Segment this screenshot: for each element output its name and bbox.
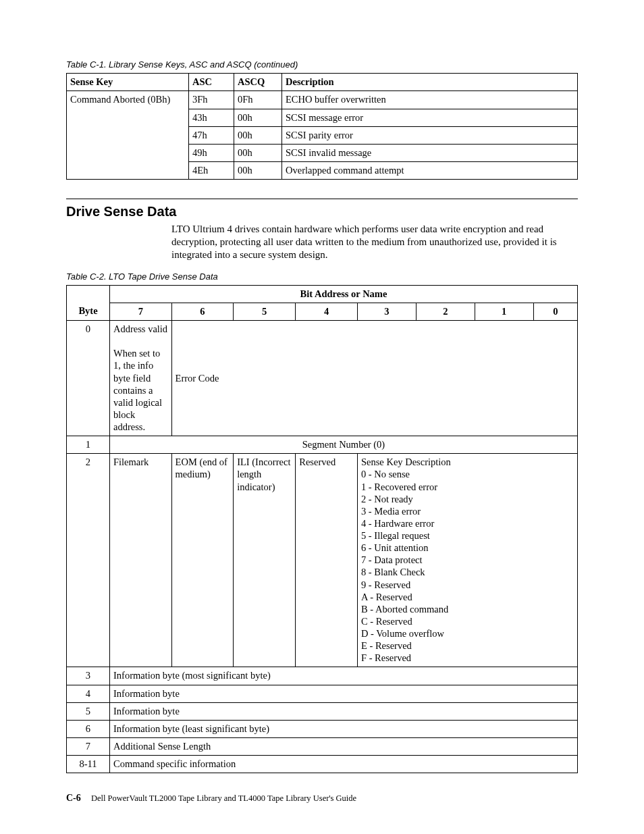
- table-row: 4 Information byte: [67, 685, 578, 702]
- table2-header-bits: Byte 7 6 5 4 3 2 1 0: [67, 303, 578, 320]
- table-row: 2 Filemark EOM (end of medium) ILI (Inco…: [67, 454, 578, 667]
- cell-byte: 8-11: [67, 756, 110, 773]
- cell-span: Information byte (most significant byte): [109, 667, 577, 685]
- cell-byte: 0: [67, 321, 110, 436]
- cell-span: Information byte (least significant byte…: [109, 720, 577, 737]
- cell-ascq: 00h: [234, 144, 282, 161]
- th-b7: 7: [109, 303, 171, 320]
- cell-bit7: Address valid When set to 1, the info by…: [109, 321, 171, 436]
- table-row: 5 Information byte: [67, 702, 578, 720]
- table1: Sense Key ASC ASCQ Description Command A…: [66, 73, 578, 180]
- cell-desc: SCSI parity error: [282, 126, 578, 144]
- cell-span: Command specific information: [109, 756, 577, 773]
- cell-ascq: 00h: [234, 161, 282, 179]
- th-b2: 2: [416, 303, 475, 320]
- cell-ili: ILI (Incorrect length indicator): [234, 454, 296, 667]
- cell-desc: Overlapped command attempt: [282, 161, 578, 179]
- cell-desc: SCSI invalid message: [282, 144, 578, 161]
- table-row: 7 Additional Sense Length: [67, 737, 578, 755]
- cell-byte: 2: [67, 454, 110, 667]
- cell-desc: ECHO buffer overwritten: [282, 91, 578, 109]
- cell-desc: SCSI message error: [282, 109, 578, 126]
- table-row: 8-11 Command specific information: [67, 756, 578, 773]
- table1-header-row: Sense Key ASC ASCQ Description: [67, 74, 578, 91]
- cell-byte: 1: [67, 436, 110, 454]
- table2: Bit Address or Name Byte 7 6 5 4 3 2 1 0…: [66, 285, 578, 773]
- cell-sense-key-desc: Sense Key Description 0 - No sense 1 - R…: [357, 454, 577, 667]
- cell-sense-key-group: Command Aborted (0Bh): [67, 91, 189, 180]
- cell-error-code: Error Code: [171, 321, 577, 436]
- th-b5: 5: [234, 303, 296, 320]
- th-b3: 3: [357, 303, 416, 320]
- cell-span: Information byte: [109, 685, 577, 702]
- th-ascq: ASCQ: [234, 74, 282, 91]
- section-paragraph: LTO Ultrium 4 drives contain hardware wh…: [171, 223, 578, 262]
- th-byte: Byte: [67, 303, 110, 320]
- cell-segment-number: Segment Number (0): [109, 436, 577, 454]
- th-desc: Description: [282, 74, 578, 91]
- cell-ascq: 00h: [234, 109, 282, 126]
- cell-span: Additional Sense Length: [109, 737, 577, 755]
- cell-byte: 6: [67, 720, 110, 737]
- table2-caption: Table C-2. LTO Tape Drive Sense Data: [66, 271, 578, 282]
- cell-byte: 5: [67, 702, 110, 720]
- cell-eom: EOM (end of medium): [171, 454, 234, 667]
- cell-byte: 3: [67, 667, 110, 685]
- footer-title: Dell PowerVault TL2000 Tape Library and …: [91, 793, 356, 803]
- section-heading: Drive Sense Data: [66, 199, 578, 220]
- th-asc: ASC: [189, 74, 234, 91]
- table-row: 1 Segment Number (0): [67, 436, 578, 454]
- cell-asc: 43h: [189, 109, 234, 126]
- th-b4: 4: [296, 303, 358, 320]
- table1-caption: Table C-1. Library Sense Keys, ASC and A…: [66, 59, 578, 70]
- table-row: 0 Address valid When set to 1, the info …: [67, 321, 578, 436]
- th-b6: 6: [171, 303, 234, 320]
- cell-asc: 3Fh: [189, 91, 234, 109]
- table-row: 3 Information byte (most significant byt…: [67, 667, 578, 685]
- cell-reserved: Reserved: [296, 454, 358, 667]
- cell-filemark: Filemark: [109, 454, 171, 667]
- cell-span: Information byte: [109, 702, 577, 720]
- cell-ascq: 00h: [234, 126, 282, 144]
- th-b0: 0: [533, 303, 577, 320]
- th-bit-address: Bit Address or Name: [109, 285, 577, 303]
- page-number: C-6: [66, 793, 81, 803]
- cell-asc: 4Eh: [189, 161, 234, 179]
- cell-byte: 7: [67, 737, 110, 755]
- table-row: 6 Information byte (least significant by…: [67, 720, 578, 737]
- table2-header-top: Bit Address or Name: [67, 285, 578, 303]
- cell-byte: 4: [67, 685, 110, 702]
- cell-asc: 49h: [189, 144, 234, 161]
- th-b1: 1: [475, 303, 533, 320]
- cell-asc: 47h: [189, 126, 234, 144]
- page-footer: C-6 Dell PowerVault TL2000 Tape Library …: [66, 792, 578, 804]
- th-sense-key: Sense Key: [67, 74, 189, 91]
- table-row: Command Aborted (0Bh) 3Fh 0Fh ECHO buffe…: [67, 91, 578, 109]
- cell-ascq: 0Fh: [234, 91, 282, 109]
